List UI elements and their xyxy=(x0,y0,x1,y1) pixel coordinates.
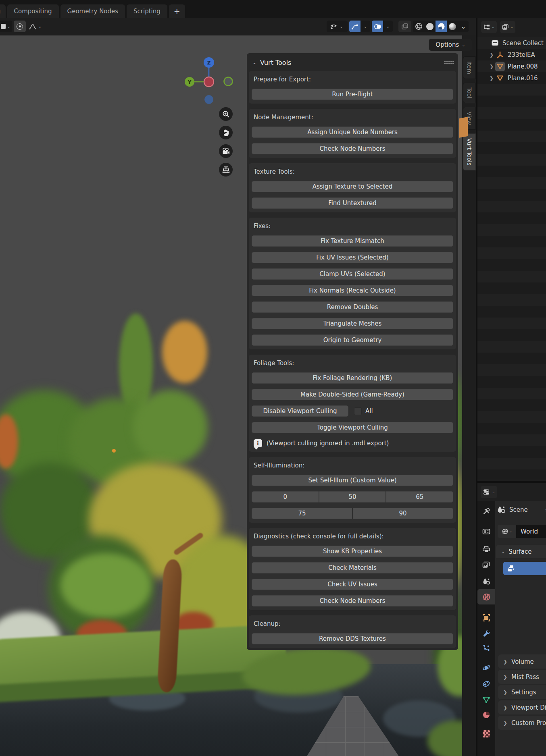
gizmos-toggle[interactable] xyxy=(349,21,361,32)
mesh-plane-icon xyxy=(495,73,505,83)
button-toggle-viewport-culling[interactable]: Toggle Viewport Culling xyxy=(252,422,453,433)
workspace-tab-scripting[interactable]: Scripting xyxy=(127,4,167,18)
outliner-filter-dropdown[interactable]: ⌄ xyxy=(500,21,516,33)
button-fix-foliage-rendering[interactable]: Fix Foliage Rendering (KB) xyxy=(252,372,453,384)
panel-volume[interactable]: ❯ Volume xyxy=(498,654,546,669)
tool-dropdown[interactable]: ⌄ xyxy=(0,21,12,32)
sidebar-tab-item[interactable]: Item xyxy=(463,56,476,79)
workspace-tab-geometry-nodes[interactable]: Geometry Nodes xyxy=(60,4,125,18)
expand-chevron-icon[interactable]: ❯ xyxy=(490,64,495,69)
props-tab-particles[interactable] xyxy=(477,640,495,656)
expand-chevron-icon[interactable]: ❯ xyxy=(490,52,495,58)
outliner-row-plane-008[interactable]: ❯ Plane.008 xyxy=(477,60,546,72)
shading-dropdown[interactable]: ⌄ xyxy=(458,21,469,32)
button-check-node-numbers-diag[interactable]: Check Node Numbers xyxy=(252,595,453,606)
props-tab-modifiers[interactable] xyxy=(477,625,495,641)
gizmos-dropdown[interactable]: ⌄ xyxy=(361,21,370,32)
editor-type-dropdown[interactable]: ⌄ xyxy=(481,21,497,33)
button-make-double-sided[interactable]: Make Double-Sided (Game-Ready) xyxy=(252,389,453,400)
props-tab-object[interactable] xyxy=(477,610,495,625)
outliner-row-scene-collection[interactable]: Scene Collect xyxy=(477,37,546,49)
props-tab-texture[interactable] xyxy=(477,726,495,741)
properties-editor-type-dropdown[interactable]: ⌄ xyxy=(481,486,497,498)
workspace-tab-compositing[interactable]: Compositing xyxy=(7,4,59,18)
shading-wireframe-button[interactable] xyxy=(413,21,424,32)
world-name-field[interactable]: World xyxy=(516,525,546,538)
button-run-preflight[interactable]: Run Pre-flight xyxy=(252,89,453,100)
breadcrumb: Scene › xyxy=(497,505,546,514)
outliner-row-233telea[interactable]: ❯ 233telEA xyxy=(477,49,546,60)
breadcrumb-scene-label[interactable]: Scene xyxy=(509,506,528,513)
panel-grip-handle[interactable] xyxy=(444,60,454,64)
mesh-plane-icon-selected xyxy=(495,62,505,71)
button-remove-doubles[interactable]: Remove Doubles xyxy=(252,301,453,313)
button-fix-texture-mismatch[interactable]: Fix Texture Mismatch xyxy=(252,235,453,247)
panel-custom-properties[interactable]: ❯ Custom Pro xyxy=(498,716,546,730)
preset-90-button[interactable]: 90 xyxy=(353,508,453,519)
panel-header[interactable]: ⌄ Vurt Tools xyxy=(249,53,456,71)
panel-viewport-display-label: Viewport Di xyxy=(511,704,546,711)
button-check-uv-issues[interactable]: Check UV Issues xyxy=(252,579,453,590)
eye-cursor-icon xyxy=(329,23,338,30)
props-tab-constraints[interactable] xyxy=(477,676,495,692)
shading-rendered-button[interactable] xyxy=(447,21,458,32)
shading-solid-button[interactable] xyxy=(424,21,436,32)
camera-view-button[interactable] xyxy=(219,144,233,158)
button-fix-uv-issues[interactable]: Fix UV Issues (Selected) xyxy=(252,252,453,263)
proportional-editing-toggle[interactable] xyxy=(14,21,26,32)
preset-0-button[interactable]: 0 xyxy=(252,491,319,503)
overlays-dropdown[interactable]: ⌄ xyxy=(383,21,393,32)
navigation-gizmo[interactable]: Z Y xyxy=(182,45,235,106)
chevron-down-icon: ⌄ xyxy=(462,43,465,47)
button-find-untextured[interactable]: Find Untextured xyxy=(252,197,453,209)
button-set-self-illum[interactable]: Set Self-Illum (Custom Value) xyxy=(252,475,453,486)
grid-view-button[interactable] xyxy=(219,163,233,177)
props-tab-render[interactable] xyxy=(477,524,495,539)
pan-tool-button[interactable] xyxy=(219,126,233,139)
props-tab-world[interactable] xyxy=(477,589,495,604)
sidebar-tab-tool[interactable]: Tool xyxy=(463,83,476,103)
props-tab-physics[interactable] xyxy=(477,660,495,675)
button-show-kb-properties[interactable]: Show KB Properties xyxy=(252,546,453,557)
add-workspace-button[interactable]: + xyxy=(169,4,185,18)
panel-settings[interactable]: ❯ Settings xyxy=(498,685,546,699)
section-cleanup: Cleanup: Remove DDS Textures xyxy=(249,615,456,648)
falloff-dropdown[interactable]: ⌄ xyxy=(27,21,44,32)
shading-material-preview-button[interactable] xyxy=(436,21,447,32)
outliner-row-plane-016[interactable]: ❯ Plane.016 xyxy=(477,72,546,84)
button-assign-texture[interactable]: Assign Texture to Selected xyxy=(252,181,453,192)
preset-75-button[interactable]: 75 xyxy=(252,508,352,519)
options-dropdown[interactable]: Options ⌄ xyxy=(429,39,472,51)
button-check-materials[interactable]: Check Materials xyxy=(252,562,453,573)
use-nodes-button[interactable] xyxy=(503,562,546,575)
expand-chevron-icon[interactable]: ❯ xyxy=(490,75,495,81)
overlays-toggle[interactable] xyxy=(372,21,383,32)
xray-toggle[interactable] xyxy=(398,21,411,32)
workspace-tab-partial[interactable]: g xyxy=(0,4,6,18)
button-assign-unique-node-numbers[interactable]: Assign Unique Node Numbers xyxy=(252,127,453,138)
world-name: World xyxy=(521,528,538,535)
button-remove-dds-textures[interactable]: Remove DDS Textures xyxy=(252,633,453,644)
props-tab-tool[interactable] xyxy=(477,504,495,519)
props-tab-material[interactable] xyxy=(477,707,495,723)
button-origin-to-geometry[interactable]: Origin to Geometry xyxy=(252,334,453,346)
zoom-tool-button[interactable] xyxy=(219,107,233,121)
preset-50-button[interactable]: 50 xyxy=(319,491,386,503)
surface-panel-header[interactable]: ⌄ Surface xyxy=(496,545,546,558)
all-checkbox[interactable] xyxy=(354,407,362,415)
button-triangulate-meshes[interactable]: Triangulate Meshes xyxy=(252,318,453,329)
panel-viewport-display[interactable]: ❯ Viewport Di xyxy=(498,700,546,714)
button-clamp-uvs[interactable]: Clamp UVs (Selected) xyxy=(252,268,453,280)
props-tab-data[interactable] xyxy=(477,692,495,708)
world-browse-dropdown[interactable]: ⌄ xyxy=(498,525,516,538)
props-tab-output[interactable] xyxy=(477,542,495,557)
sidebar-tab-vurt-tools[interactable]: Vurt Tools xyxy=(463,133,476,170)
preset-65-button[interactable]: 65 xyxy=(386,491,453,503)
panel-mist-pass[interactable]: ❯ Mist Pass xyxy=(498,670,546,684)
button-fix-normals[interactable]: Fix Normals (Recalc Outside) xyxy=(252,285,453,296)
props-tab-view-layer[interactable] xyxy=(477,557,495,572)
props-tab-scene[interactable] xyxy=(477,574,495,589)
button-disable-viewport-culling[interactable]: Disable Viewport Culling xyxy=(252,405,348,417)
show-gizmo-visibility-dropdown[interactable]: ⌄ xyxy=(327,21,348,32)
button-check-node-numbers[interactable]: Check Node Numbers xyxy=(252,143,453,154)
